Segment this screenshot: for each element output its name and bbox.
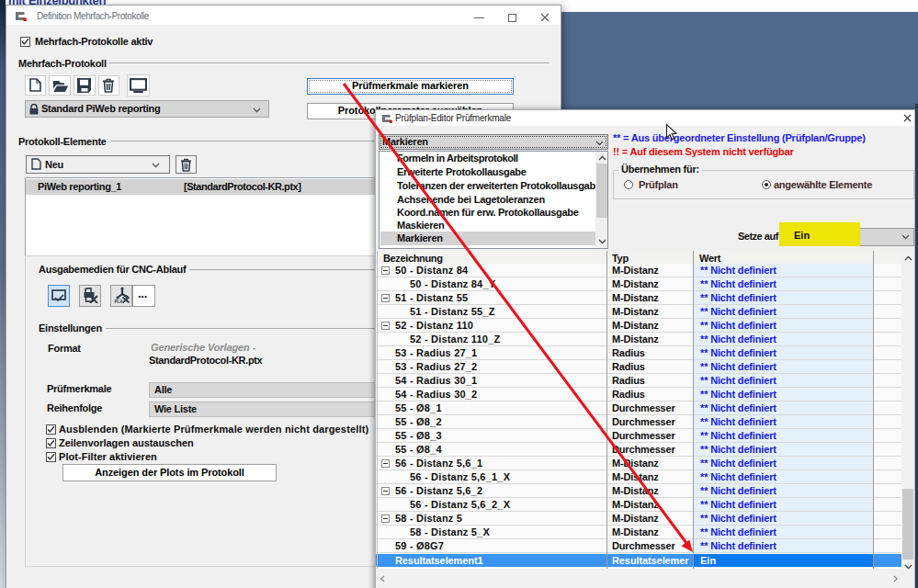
svg-text:PLX: PLX — [115, 300, 124, 304]
